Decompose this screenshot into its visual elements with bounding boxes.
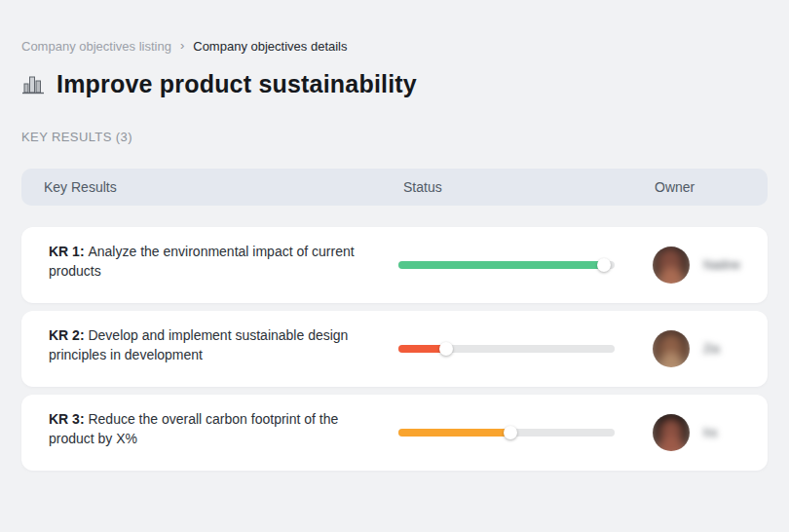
city-buildings-icon	[21, 72, 46, 96]
status-cell	[398, 258, 642, 272]
avatar	[653, 330, 690, 367]
kr-text: Reduce the overall carbon footprint of t…	[49, 411, 338, 446]
key-results-list: KR 1: Analyze the environmental impact o…	[21, 227, 768, 471]
objective-details-page: Company objectives listing › Company obj…	[0, 0, 789, 471]
owner-cell: Ira	[642, 414, 768, 451]
progress-knob[interactable]	[504, 426, 517, 439]
chevron-right-icon: ›	[180, 39, 184, 52]
status-cell	[398, 342, 642, 356]
table-row-kr3[interactable]: KR 3: Reduce the overall carbon footprin…	[21, 395, 768, 471]
table-row-kr2[interactable]: KR 2: Develop and implement sustainable …	[21, 311, 768, 387]
progress-fill	[398, 429, 510, 437]
owner-name: Nadine	[703, 258, 740, 272]
kr-description: KR 3: Reduce the overall carbon footprin…	[21, 395, 398, 448]
kr-id-label: KR 2:	[49, 327, 88, 343]
kr-id-label: KR 3:	[49, 411, 88, 427]
progress-slider[interactable]	[398, 258, 615, 272]
table-row-kr1[interactable]: KR 1: Analyze the environmental impact o…	[21, 227, 768, 303]
progress-knob[interactable]	[597, 258, 611, 272]
column-header-owner: Owner	[642, 179, 768, 195]
table-header: Key Results Status Owner	[21, 169, 768, 206]
breadcrumb-current-objectives-details[interactable]: Company objectives details	[193, 39, 347, 54]
owner-name: Ira	[703, 426, 717, 439]
owner-cell: Nadine	[642, 247, 768, 284]
page-title: Improve product sustainability	[56, 70, 417, 98]
avatar	[653, 247, 690, 284]
owner-name: Zia	[703, 342, 720, 356]
avatar	[653, 414, 690, 451]
progress-slider[interactable]	[398, 342, 615, 356]
kr-id-label: KR 1:	[49, 244, 88, 259]
kr-description: KR 1: Analyze the environmental impact o…	[21, 227, 398, 281]
breadcrumb-link-objectives-listing[interactable]: Company objectives listing	[21, 39, 171, 54]
kr-description: KR 2: Develop and implement sustainable …	[21, 311, 398, 364]
kr-text: Analyze the environmental impact of curr…	[49, 244, 355, 279]
column-header-status: Status	[398, 179, 642, 195]
breadcrumb: Company objectives listing › Company obj…	[21, 39, 768, 54]
kr-text: Develop and implement sustainable design…	[49, 327, 348, 362]
progress-slider[interactable]	[398, 426, 615, 439]
key-results-section-label: KEY RESULTS (3)	[21, 130, 768, 144]
progress-knob[interactable]	[439, 342, 453, 356]
owner-cell: Zia	[642, 330, 768, 367]
progress-fill	[398, 261, 604, 269]
status-cell	[398, 426, 642, 439]
page-title-row: Improve product sustainability	[21, 70, 768, 98]
column-header-key-results: Key Results	[21, 179, 398, 195]
